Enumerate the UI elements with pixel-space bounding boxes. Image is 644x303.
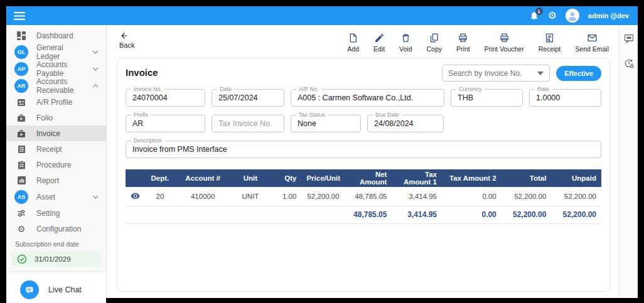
add-button[interactable]: Add [347,33,359,53]
field-label: Rate [535,86,552,92]
description-field[interactable]: Description Invoice from PMS Interface [126,141,601,158]
sidebar-item-label: Configuration [36,225,81,233]
sidebar-item-label: A/R Profile [36,98,72,107]
sidebar-item-general-ledger[interactable]: GL General Ledger [6,43,106,60]
sidebar-item-label: Folio [36,114,53,122]
print-voucher-button[interactable]: Print Voucher [485,33,524,53]
check-circle-icon [17,254,27,264]
gl-badge: GL [14,45,28,59]
sidebar: Dashboard GL General Ledger AP Accounts … [6,25,107,298]
cell-dept: 20 [144,187,175,206]
field-label: Due Date [373,112,402,118]
action-label: Print [456,45,470,53]
currency-field[interactable]: Currency THB [451,89,523,107]
sidebar-item-label: Invoice [36,129,60,138]
field-label: Tax Status [296,112,328,118]
comments-button[interactable] [624,34,634,43]
ar-no-field[interactable]: A/R No. A005 : Carmen Software Co.,Ltd. [291,89,444,107]
sidebar-item-setting[interactable]: Setting [6,205,106,221]
main-content: Back Add Edit Void [107,25,619,298]
action-label: Copy [427,45,443,53]
chevron-down-icon [92,50,99,54]
tax-invoice-no-field[interactable]: Tax Invoice No. [212,115,284,132]
back-arrow-icon [119,31,129,40]
total-unpaid: 52,200.00 [551,206,601,223]
tax-status-field[interactable]: Tax Status None [291,115,361,132]
subscription-label: Subscription end date [6,240,106,248]
send-email-icon [587,33,598,43]
print-button[interactable]: Print [456,33,470,53]
edit-button[interactable]: Edit [373,33,385,53]
notification-badge: 1 [535,8,543,15]
edit-icon [374,33,385,43]
copy-button[interactable]: Copy [427,33,443,53]
sidebar-item-label: Accounts Payable [36,60,84,78]
date-field[interactable]: Date 25/07/2024 [212,89,284,107]
sidebar-item-receipt[interactable]: Receipt [6,141,106,157]
column-header-actions [126,169,144,187]
prefix-field[interactable]: Prefix AR [126,115,205,132]
invoice-no-field[interactable]: Invoice No. 24070004 [126,89,205,107]
cell-total: 52,200.00 [502,187,552,206]
void-button[interactable]: Void [399,33,412,53]
history-icon [624,58,634,68]
hamburger-menu-button[interactable] [14,12,25,20]
sidebar-item-accounts-payable[interactable]: AP Accounts Payable [6,60,106,77]
total-tax-amount-1: 3,414.95 [392,206,442,223]
dashboard-icon [17,31,26,40]
live-chat-label: Live Chat [48,285,82,294]
cell-unpaid: 52,200.00 [551,187,601,206]
chevron-up-icon [92,84,99,88]
subscription-date-pill: 31/01/2029 [11,252,101,267]
receipt-icon [18,145,26,154]
history-button[interactable] [624,58,634,68]
search-by-invoice-dropdown[interactable]: Search by Invoice No. [442,65,550,82]
sidebar-item-folio[interactable]: Folio [6,110,106,125]
sidebar-item-dashboard[interactable]: Dashboard [6,28,106,43]
field-label: Prefix [131,112,151,118]
view-row-button[interactable] [131,191,140,201]
due-date-field[interactable]: Due Date 24/08/2024 [367,115,444,132]
column-header: Account # [176,169,230,187]
sidebar-item-ar-profile[interactable]: A/R Profile [6,94,106,110]
cell-tax-amount-1: 3,414.95 [392,187,442,206]
sidebar-item-label: Report [36,176,59,185]
column-header: Tax Amount 1 [392,169,442,187]
sidebar-item-accounts-receivable[interactable]: AR Accounts Receivable [6,77,106,94]
sidebar-item-configuration[interactable]: ⚙ Configuration [6,221,106,237]
action-label: Edit [373,45,385,53]
username: admin @dev [588,12,629,19]
total-tax-amount-2: 0.00 [442,206,502,223]
send-email-button[interactable]: Send Email [575,33,609,53]
sidebar-item-label: Setting [36,209,60,218]
cell-tax-amount-2: 0.00 [442,187,502,206]
effective-button[interactable]: Effective [556,66,601,81]
back-button[interactable]: Back [119,31,134,49]
live-chat-button[interactable]: Live Chat [6,272,106,303]
sidebar-item-invoice[interactable]: Invoice [6,125,106,141]
rate-field[interactable]: Rate 1.0000 [529,89,601,107]
cell-price-unit: 52,200.00 [301,187,344,206]
cell-qty: 1.00 [271,187,301,206]
avatar[interactable] [566,9,579,23]
field-label: Date [217,86,234,92]
chevron-down-icon [92,67,99,71]
cell-net-amount: 48,785.05 [345,187,392,206]
user-avatar-icon [566,9,579,23]
action-label: Add [347,45,359,53]
sidebar-item-procedure[interactable]: Procedure [6,157,106,173]
sidebar-item-report[interactable]: Report [6,173,106,188]
toolbar: Back Add Edit Void [117,30,610,58]
comment-icon [624,34,634,43]
line-items-table: Dept. Account # Unit Qty Price/Unit Net … [126,169,601,224]
gear-icon[interactable]: ⚙ [548,11,557,21]
profile-card-icon [17,98,26,107]
sidebar-item-label: Accounts Receivable [36,77,84,95]
receipt-button[interactable]: Receipt [539,33,561,53]
sidebar-item-label: Dashboard [36,31,73,40]
notifications-button[interactable]: 1 [529,11,539,21]
sidebar-item-label: General Ledger [36,43,84,61]
print-voucher-icon [499,33,510,43]
table-header-row: Dept. Account # Unit Qty Price/Unit Net … [126,169,601,187]
sidebar-item-asset[interactable]: AS Asset [6,188,106,205]
